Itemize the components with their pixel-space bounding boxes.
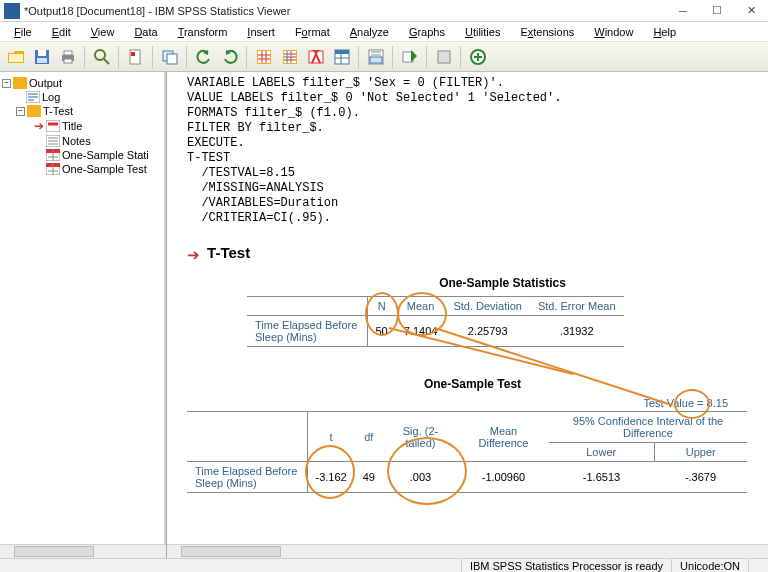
- table-icon: [46, 163, 60, 175]
- create-graph-button[interactable]: [466, 45, 490, 69]
- col-se: Std. Error Mean: [530, 297, 624, 316]
- tree-log[interactable]: Log: [2, 90, 162, 104]
- title-icon: [46, 120, 60, 132]
- svg-rect-24: [13, 77, 27, 89]
- maximize-button[interactable]: ☐: [700, 0, 734, 22]
- goto-variable-button[interactable]: [304, 45, 328, 69]
- col-upper: Upper: [654, 443, 747, 462]
- toolbar: [0, 42, 768, 72]
- designate-window-button[interactable]: [432, 45, 456, 69]
- row-label: Time Elapsed Before Sleep (Mins): [247, 316, 367, 347]
- stats-table: N Mean Std. Deviation Std. Error Mean Ti…: [247, 296, 624, 347]
- tree-ttest[interactable]: − T-Test: [2, 104, 162, 118]
- col-mean: Mean: [396, 297, 446, 316]
- export-button[interactable]: [124, 45, 148, 69]
- col-sig: Sig. (2-tailed): [383, 412, 458, 462]
- svg-rect-22: [438, 51, 450, 63]
- titlebar: *Output18 [Document18] - IBM SPSS Statis…: [0, 0, 768, 22]
- col-ci: 95% Confidence Interval of the Differenc…: [549, 412, 747, 443]
- menu-help[interactable]: Help: [643, 24, 686, 40]
- syntax-block: VARIABLE LABELS filter_$ 'Sex = 0 (FILTE…: [187, 76, 758, 226]
- recall-dialog-button[interactable]: [158, 45, 182, 69]
- menu-graphs[interactable]: Graphs: [399, 24, 455, 40]
- menu-utilities[interactable]: Utilities: [455, 24, 510, 40]
- open-button[interactable]: [4, 45, 28, 69]
- tree-output[interactable]: − Output: [2, 76, 162, 90]
- col-lower: Lower: [549, 443, 654, 462]
- menu-window[interactable]: Window: [584, 24, 643, 40]
- svg-rect-9: [131, 52, 135, 56]
- scrollbar-horizontal[interactable]: [167, 544, 768, 558]
- menu-analyze[interactable]: Analyze: [340, 24, 399, 40]
- cell-se: .31932: [530, 316, 624, 347]
- svg-rect-13: [258, 51, 270, 63]
- test-value: Test Value = 8.15: [644, 397, 729, 409]
- menu-format[interactable]: Format: [285, 24, 340, 40]
- svg-rect-11: [167, 54, 177, 64]
- goto-case-button[interactable]: [278, 45, 302, 69]
- goto-data-button[interactable]: [252, 45, 276, 69]
- undo-button[interactable]: [192, 45, 216, 69]
- log-icon: [26, 91, 40, 103]
- select-last-button[interactable]: [364, 45, 388, 69]
- svg-rect-18: [335, 50, 349, 54]
- close-button[interactable]: ✕: [734, 0, 768, 22]
- app-icon: [4, 3, 20, 19]
- cell-md: -1.00960: [458, 462, 549, 493]
- cell-t: -3.162: [307, 462, 355, 493]
- status-unicode: Unicode:ON: [671, 559, 748, 572]
- svg-line-7: [104, 59, 109, 64]
- svg-point-6: [95, 50, 105, 60]
- svg-rect-20: [370, 57, 382, 63]
- col-sd: Std. Deviation: [445, 297, 529, 316]
- menu-view[interactable]: View: [81, 24, 125, 40]
- svg-rect-4: [64, 51, 72, 55]
- svg-rect-27: [46, 120, 60, 132]
- window-title: *Output18 [Document18] - IBM SPSS Statis…: [24, 5, 666, 17]
- minimize-button[interactable]: ─: [666, 0, 700, 22]
- col-n: N: [367, 297, 396, 316]
- menu-data[interactable]: Data: [124, 24, 167, 40]
- outline-pane[interactable]: − Output Log − T-Test ➔ Title Notes: [0, 72, 166, 558]
- tree-notes[interactable]: Notes: [2, 134, 162, 148]
- test-caption: One-Sample Test: [187, 377, 758, 391]
- tree-title[interactable]: ➔ Title: [2, 118, 162, 134]
- redo-button[interactable]: [218, 45, 242, 69]
- menu-edit[interactable]: Edit: [42, 24, 81, 40]
- content-pane[interactable]: VARIABLE LABELS filter_$ 'Sex = 0 (FILTE…: [166, 72, 768, 558]
- run-button[interactable]: [398, 45, 422, 69]
- tree-test[interactable]: One-Sample Test: [2, 162, 162, 176]
- row-label: Time Elapsed Before Sleep (Mins): [187, 462, 307, 493]
- menu-file[interactable]: File: [4, 24, 42, 40]
- menu-extensions[interactable]: Extensions: [510, 24, 584, 40]
- resize-grip[interactable]: [748, 559, 768, 572]
- variables-button[interactable]: [330, 45, 354, 69]
- cell-sd: 2.25793: [445, 316, 529, 347]
- cell-lower: -1.6513: [549, 462, 654, 493]
- arrow-icon: ➔: [34, 119, 44, 133]
- notes-icon: [46, 135, 60, 147]
- menubar: File Edit View Data Transform Insert For…: [0, 22, 768, 42]
- svg-rect-1: [38, 50, 46, 56]
- menu-insert[interactable]: Insert: [237, 24, 285, 40]
- cell-upper: -.3679: [654, 462, 747, 493]
- print-button[interactable]: [56, 45, 80, 69]
- col-df: df: [355, 412, 383, 462]
- print-preview-button[interactable]: [90, 45, 114, 69]
- section-title: T-Test: [207, 244, 250, 261]
- menu-transform[interactable]: Transform: [168, 24, 238, 40]
- save-button[interactable]: [30, 45, 54, 69]
- col-md: Mean Difference: [458, 412, 549, 462]
- folder-icon: [13, 77, 27, 89]
- cell-df: 49: [355, 462, 383, 493]
- folder-icon: [27, 105, 41, 117]
- col-t: t: [307, 412, 355, 462]
- cell-sig: .003: [383, 462, 458, 493]
- arrow-icon: ➔: [187, 246, 200, 263]
- scrollbar-horizontal[interactable]: [0, 544, 166, 558]
- status-ready: IBM SPSS Statistics Processor is ready: [461, 559, 671, 572]
- cell-n: 50: [367, 316, 396, 347]
- tree-stats[interactable]: One-Sample Stati: [2, 148, 162, 162]
- svg-rect-2: [37, 58, 47, 63]
- statusbar: IBM SPSS Statistics Processor is ready U…: [0, 558, 768, 572]
